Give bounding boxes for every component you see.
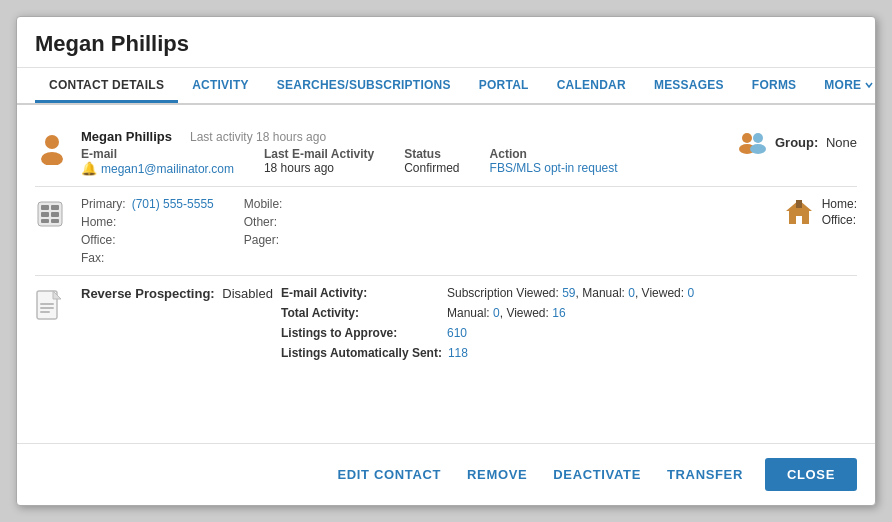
home-office-icons: Home: Office: [784, 197, 857, 227]
stats-section: Reverse Prospecting: Disabled E-mail Act… [35, 276, 857, 370]
svg-point-4 [753, 133, 763, 143]
remove-button[interactable]: REMOVE [463, 461, 531, 488]
svg-point-5 [750, 144, 766, 154]
edit-contact-button[interactable]: EDIT CONTACT [333, 461, 445, 488]
svg-rect-12 [51, 219, 59, 223]
svg-point-0 [45, 135, 59, 149]
bell-icon: 🔔 [81, 161, 97, 176]
last-email-activity-label: Last E-mail Activity [264, 147, 374, 161]
modal-title: Megan Phillips [17, 17, 875, 68]
listings-to-approve-value[interactable]: 610 [447, 326, 467, 340]
last-activity: Last activity 18 hours ago [190, 130, 326, 144]
listings-sent-row: Listings Automatically Sent: 118 [281, 346, 857, 360]
action-value: FBS/MLS opt-in request [490, 161, 618, 175]
group-label: Group: [775, 135, 818, 150]
svg-rect-14 [796, 200, 802, 208]
listings-to-approve-label: Listings to Approve: [281, 326, 441, 340]
chevron-down-icon [864, 80, 874, 90]
last-email-activity-value: 18 hours ago [264, 161, 374, 175]
office-section-label: Office: [822, 213, 857, 227]
tab-contact-details[interactable]: CONTACT DETAILS [35, 68, 178, 103]
total-activity-row: Total Activity: Manual: 0, Viewed: 16 [281, 306, 857, 320]
action-value-link[interactable]: FBS/MLS opt-in request [490, 161, 618, 175]
fax-label: Fax: [81, 251, 123, 265]
tab-activity[interactable]: ACTIVITY [178, 68, 263, 103]
tab-searches-subscriptions[interactable]: SEARCHES/SUBSCRIPTIONS [263, 68, 465, 103]
tab-calendar[interactable]: CALENDAR [543, 68, 640, 103]
reverse-prospecting-value: Disabled [222, 286, 273, 301]
email-activity-value: Subscription Viewed: 59, Manual: 0, View… [447, 286, 694, 300]
deactivate-button[interactable]: DEACTIVATE [549, 461, 645, 488]
total-activity-manual[interactable]: 0 [493, 306, 500, 320]
group-icon [737, 129, 767, 155]
phone-col-right: Mobile: Other: Pager: [244, 197, 292, 265]
modal-footer: EDIT CONTACT REMOVE DEACTIVATE TRANSFER … [17, 443, 875, 505]
tabs-bar: CONTACT DETAILS ACTIVITY SEARCHES/SUBSCR… [17, 68, 875, 105]
svg-rect-10 [51, 212, 59, 217]
other-label: Other: [244, 215, 286, 229]
home-icon [784, 197, 814, 227]
contact-email[interactable]: megan1@mailinator.com [101, 162, 234, 176]
total-activity-viewed[interactable]: 16 [552, 306, 565, 320]
office-label: Office: [81, 233, 123, 247]
stats-left: Reverse Prospecting: Disabled [81, 286, 281, 301]
tab-more[interactable]: MORE [810, 68, 888, 103]
stats-right: E-mail Activity: Subscription Viewed: 59… [281, 286, 857, 360]
total-activity-value: Manual: 0, Viewed: 16 [447, 306, 566, 320]
pager-label: Pager: [244, 233, 286, 247]
mobile-label: Mobile: [244, 197, 286, 211]
primary-value[interactable]: (701) 555-5555 [132, 197, 214, 211]
contact-main-info: Megan Phillips Last activity 18 hours ag… [81, 129, 737, 176]
transfer-button[interactable]: TRANSFER [663, 461, 747, 488]
group-value: None [826, 135, 857, 150]
svg-rect-9 [41, 212, 49, 217]
status-label: Status [404, 147, 459, 161]
close-button[interactable]: CLOSE [765, 458, 857, 491]
group-info: Group: None [775, 135, 857, 150]
svg-rect-11 [41, 219, 49, 223]
svg-point-1 [41, 152, 63, 165]
svg-rect-8 [51, 205, 59, 210]
tab-forms[interactable]: FORMS [738, 68, 811, 103]
listings-sent-label: Listings Automatically Sent: [281, 346, 442, 360]
tab-portal[interactable]: PORTAL [465, 68, 543, 103]
phone-grid: Primary: (701) 555-5555 Home: Office: Fa… [81, 197, 784, 265]
phone-section: Primary: (701) 555-5555 Home: Office: Fa… [35, 187, 857, 276]
svg-rect-7 [41, 205, 49, 210]
phone-col-left: Primary: (701) 555-5555 Home: Office: Fa… [81, 197, 214, 265]
group-section: Group: None [737, 129, 857, 155]
reverse-prospecting: Reverse Prospecting: Disabled [81, 286, 273, 301]
svg-point-2 [742, 133, 752, 143]
tab-content: Megan Phillips Last activity 18 hours ag… [17, 105, 875, 443]
email-activity-subscriptions[interactable]: 59 [562, 286, 575, 300]
phone-icon [35, 199, 71, 232]
contact-modal: Megan Phillips CONTACT DETAILS ACTIVITY … [16, 16, 876, 506]
action-label: Action [490, 147, 618, 161]
contact-name: Megan Phillips [81, 129, 172, 144]
listings-to-approve-row: Listings to Approve: 610 [281, 326, 857, 340]
svg-rect-17 [40, 303, 54, 305]
reverse-prospecting-label: Reverse Prospecting: [81, 286, 215, 301]
status-value: Confirmed [404, 161, 459, 175]
svg-rect-19 [40, 311, 50, 313]
email-label: E-mail [81, 147, 234, 161]
email-activity-viewed[interactable]: 0 [687, 286, 694, 300]
total-activity-label: Total Activity: [281, 306, 441, 320]
email-activity-manual[interactable]: 0 [628, 286, 635, 300]
tab-messages[interactable]: MESSAGES [640, 68, 738, 103]
contact-person-icon [35, 131, 71, 168]
primary-label: Primary: [81, 197, 126, 211]
home-label: Home: [81, 215, 123, 229]
email-activity-label: E-mail Activity: [281, 286, 441, 300]
tab-more-label: MORE [824, 78, 861, 92]
listings-sent-value[interactable]: 118 [448, 346, 468, 360]
home-section-label: Home: [822, 197, 857, 211]
contact-info-section: Megan Phillips Last activity 18 hours ag… [35, 119, 857, 187]
email-activity-row: E-mail Activity: Subscription Viewed: 59… [281, 286, 857, 300]
svg-rect-18 [40, 307, 54, 309]
doc-icon [35, 290, 71, 327]
